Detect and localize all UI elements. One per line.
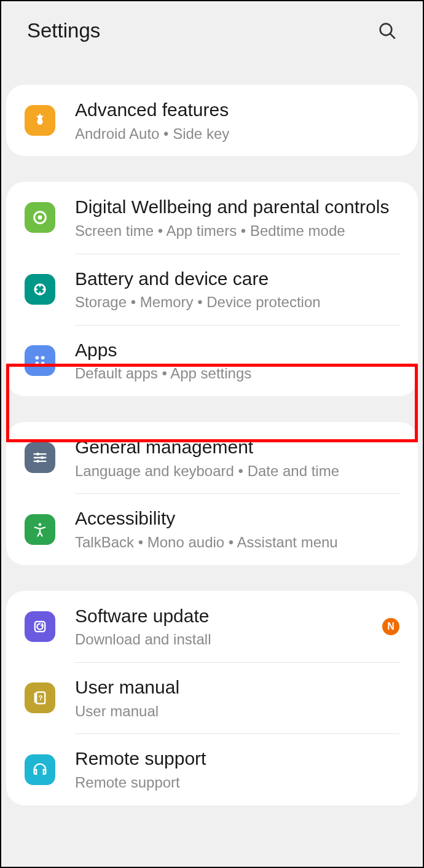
- svg-point-7: [35, 362, 39, 366]
- settings-group-2: Digital Wellbeing and parental controls …: [6, 182, 418, 396]
- accessibility-icon: [25, 514, 55, 545]
- svg-point-8: [41, 362, 45, 366]
- settings-item-accessibility[interactable]: Accessibility TalkBack • Mono audio • As…: [6, 493, 418, 565]
- wellbeing-icon: [25, 202, 55, 233]
- item-subtitle: Default apps • App settings: [75, 365, 399, 383]
- software-update-icon: [25, 611, 55, 642]
- notification-badge: N: [382, 618, 399, 635]
- item-title: Apps: [75, 338, 399, 362]
- item-title: User manual: [75, 676, 399, 699]
- svg-line-1: [390, 34, 395, 38]
- settings-item-digital-wellbeing[interactable]: Digital Wellbeing and parental controls …: [6, 182, 418, 253]
- item-title: Battery and device care: [75, 267, 399, 291]
- svg-point-5: [35, 356, 39, 359]
- svg-point-3: [38, 216, 42, 220]
- settings-item-advanced-features[interactable]: Advanced features Android Auto • Side ke…: [6, 85, 418, 156]
- item-title: Software update: [75, 604, 375, 628]
- item-subtitle: Storage • Memory • Device protection: [75, 294, 399, 311]
- settings-item-software-update[interactable]: Software update Download and install N: [6, 591, 418, 662]
- settings-item-remote-support[interactable]: Remote support Remote support: [6, 733, 418, 805]
- svg-point-15: [39, 523, 42, 526]
- search-button[interactable]: [374, 17, 401, 44]
- settings-group-1: Advanced features Android Auto • Side ke…: [6, 85, 418, 156]
- svg-point-6: [41, 356, 45, 359]
- settings-item-user-manual[interactable]: ? User manual User manual: [6, 662, 418, 733]
- item-subtitle: TalkBack • Mono audio • Assistant menu: [75, 534, 399, 552]
- header: Settings: [1, 1, 423, 60]
- item-subtitle: Screen time • App timers • Bedtime mode: [75, 222, 399, 240]
- item-title: General management: [75, 436, 399, 459]
- settings-item-apps[interactable]: Apps Default apps • App settings: [6, 325, 418, 396]
- settings-item-battery-device-care[interactable]: Battery and device care Storage • Memory…: [6, 254, 418, 325]
- svg-point-12: [41, 456, 44, 459]
- apps-icon: [25, 345, 55, 376]
- item-subtitle: User manual: [75, 703, 399, 721]
- general-management-icon: [25, 442, 55, 473]
- settings-item-general-management[interactable]: General management Language and keyboard…: [6, 422, 418, 493]
- device-care-icon: [25, 274, 55, 305]
- remote-support-icon: [25, 754, 55, 785]
- svg-point-14: [36, 460, 39, 463]
- user-manual-icon: ?: [25, 682, 55, 713]
- item-subtitle: Remote support: [75, 774, 399, 792]
- settings-list: Advanced features Android Auto • Side ke…: [1, 85, 423, 805]
- item-title: Remote support: [75, 747, 399, 770]
- svg-text:?: ?: [39, 694, 43, 702]
- advanced-features-icon: [25, 105, 55, 136]
- search-icon: [377, 21, 397, 41]
- item-subtitle: Language and keyboard • Date and time: [75, 463, 399, 480]
- page-title: Settings: [27, 19, 100, 42]
- item-title: Advanced features: [75, 98, 399, 122]
- svg-point-10: [36, 453, 39, 456]
- settings-group-3: General management Language and keyboard…: [6, 422, 418, 565]
- item-title: Accessibility: [75, 507, 399, 530]
- item-title: Digital Wellbeing and parental controls: [75, 195, 399, 219]
- item-subtitle: Android Auto • Side key: [75, 125, 399, 143]
- settings-group-4: Software update Download and install N ?…: [6, 591, 418, 805]
- item-subtitle: Download and install: [75, 631, 375, 649]
